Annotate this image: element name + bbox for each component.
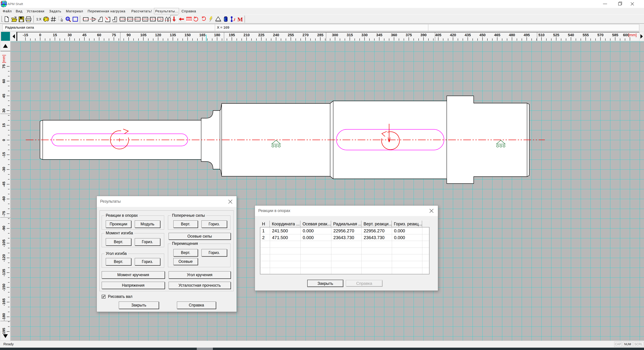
svg-text:-150: -150 <box>2 284 6 291</box>
svg-text:-165: -165 <box>2 298 6 306</box>
svg-text:-180: -180 <box>2 313 6 321</box>
svg-text:-90: -90 <box>2 226 6 231</box>
svg-text:-15: -15 <box>2 152 6 157</box>
svg-text:-105: -105 <box>2 239 6 247</box>
svg-text:-30: -30 <box>2 167 6 172</box>
svg-text:-135: -135 <box>2 269 6 276</box>
svg-text:-120: -120 <box>2 254 6 262</box>
svg-text:45: 45 <box>2 94 6 98</box>
svg-text:60: 60 <box>2 79 6 83</box>
svg-text:-195: -195 <box>2 328 6 335</box>
svg-text:[mm]: [mm] <box>2 55 6 63</box>
svg-text:-75: -75 <box>2 211 6 216</box>
svg-text:75: 75 <box>2 64 6 68</box>
svg-text:30: 30 <box>2 108 6 113</box>
svg-text:-60: -60 <box>2 196 6 202</box>
svg-text:-45: -45 <box>2 182 6 187</box>
svg-text:0: 0 <box>2 139 6 141</box>
svg-text:15: 15 <box>2 123 6 127</box>
